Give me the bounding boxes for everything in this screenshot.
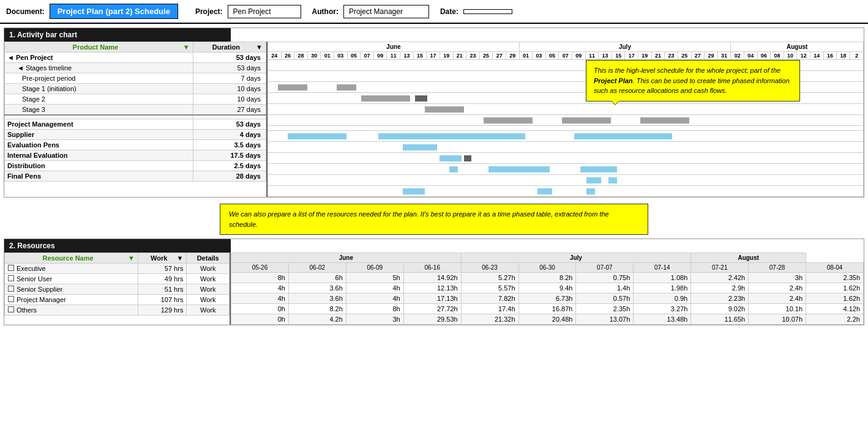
gantt-task-row: Internal Evaluation17.5 days (5, 150, 266, 160)
gantt-task-row: Evaluation Pens3.5 days (5, 139, 266, 150)
callout2-wrapper: We can also prepare a list of the resour… (0, 198, 868, 235)
gantt-chart-area: JuneJulyAugust 2426283001030507091113151… (268, 42, 864, 197)
gantt-task-row: ◄ Pen Project53 days (5, 53, 266, 63)
resources-right: JuneJulyAugust 05-2606-0206-0906-1606-23… (231, 253, 864, 325)
gantt-chart-row (268, 186, 864, 197)
doc-title: Project Plan (part 2) Schedule (50, 4, 178, 19)
col-product-header: Product Name ▼ (5, 42, 193, 53)
gantt-task-row: Pre-project period7 days (5, 73, 266, 84)
activity-section: 1. Activity bar chart Product Name ▼ Dur… (4, 28, 864, 198)
gantt-chart-row (268, 104, 864, 115)
resource-data-row: 0h8.2h8h27.72h17.4h16.87h2.35h3.27h9.02h… (231, 304, 864, 314)
gantt-left-table: Product Name ▼ Duration ▼ ◄ Pen Project5… (4, 42, 268, 197)
gantt-chart-row (268, 175, 864, 186)
resources-left: Resource Name ▼ Work ▼ Details Executive… (4, 253, 231, 325)
doc-label: Document: (6, 7, 45, 16)
gantt-chart-row (268, 131, 864, 142)
resources-section: 2. Resources Resource Name ▼ Work ▼ (4, 238, 864, 325)
gantt-chart-row (268, 115, 864, 126)
gantt-chart-row (268, 164, 864, 175)
gantt-chart-row (268, 153, 864, 164)
col-details: Details (187, 253, 230, 264)
gantt-task-row: Distribution2.5 days (5, 160, 266, 171)
resource-data-row: 4h3.6h4h17.13h7.82h6.73h0.57h0.9h2.23h2.… (231, 294, 864, 304)
gantt-task-row: Stage 210 days (5, 94, 266, 105)
section2-title: 2. Resources (4, 239, 231, 253)
resource-row: Senior Supplier51 hrsWork (5, 284, 230, 295)
section1-title: 1. Activity bar chart (4, 28, 231, 42)
col-duration-header: Duration ▼ (193, 42, 266, 53)
resource-row: Project Manager107 hrsWork (5, 295, 230, 305)
gantt-chart-row (268, 142, 864, 153)
resource-row: Executive57 hrsWork (5, 264, 230, 274)
project-label: Project: (195, 7, 223, 16)
resource-data-row: 4h3.6h4h12.13h5.57h9.4h1.4h1.98h2.9h2.4h… (231, 283, 864, 294)
project-value: Pen Project (228, 5, 301, 18)
col-resource-name: Resource Name ▼ (5, 253, 138, 264)
callout1: This is the high-level schedule for the … (586, 60, 800, 102)
gantt-task-row: Project Management53 days (5, 119, 266, 129)
col-work: Work ▼ (138, 253, 186, 264)
date-value (463, 9, 512, 14)
gantt-task-row: ◄ Stages timeline53 days (5, 63, 266, 73)
date-label: Date: (440, 7, 458, 16)
gantt-task-row: Final Pens28 days (5, 171, 266, 181)
gantt-task-row: Stage 327 days (5, 105, 266, 116)
callout2: We can also prepare a list of the resour… (220, 204, 648, 235)
author-label: Author: (312, 7, 339, 16)
resource-row: Others129 hrsWork (5, 305, 230, 316)
document-header: Document: Project Plan (part 2) Schedule… (0, 0, 868, 24)
gantt-task-row: Stage 1 (initiation)10 days (5, 84, 266, 94)
author-value: Project Manager (343, 5, 429, 18)
resource-row: Senior User49 hrsWork (5, 274, 230, 284)
gantt-task-row: Supplier4 days (5, 129, 266, 139)
resource-data-row: 8h6h5h14.92h5.27h8.2h0.75h1.08h2.42h3h2.… (231, 273, 864, 283)
resource-data-row: 0h4.2h3h29.53h21.32h20.48h13.07h13.48h11… (231, 314, 864, 325)
